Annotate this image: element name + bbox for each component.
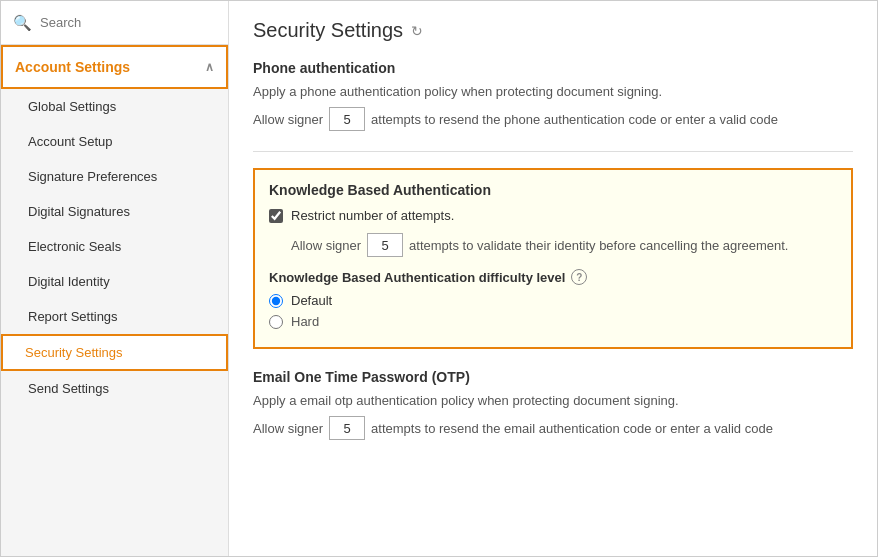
kba-restrict-row: Restrict number of attempts. <box>269 208 837 223</box>
kba-difficulty-label: Knowledge Based Authentication difficult… <box>269 270 565 285</box>
sidebar-item-report-settings[interactable]: Report Settings <box>1 299 228 334</box>
phone-auth-title: Phone authentication <box>253 60 853 76</box>
email-otp-attempts-suffix: attempts to resend the email authenticat… <box>371 421 773 436</box>
divider-1 <box>253 151 853 152</box>
email-otp-description: Apply a email otp authentication policy … <box>253 393 853 408</box>
phone-auth-section: Phone authentication Apply a phone authe… <box>253 60 853 131</box>
main-content: Security Settings ↻ Phone authentication… <box>229 1 877 557</box>
kba-restrict-checkbox[interactable] <box>269 209 283 223</box>
email-otp-attempts-row: Allow signer attempts to resend the emai… <box>253 416 853 440</box>
kba-attempts-row: Allow signer attempts to validate their … <box>269 233 837 257</box>
kba-title: Knowledge Based Authentication <box>269 182 837 198</box>
kba-option-default[interactable]: Default <box>269 293 837 308</box>
kba-allow-signer-label: Allow signer <box>291 238 361 253</box>
kba-option-hard-label: Hard <box>291 314 319 329</box>
sidebar-item-digital-identity[interactable]: Digital Identity <box>1 264 228 299</box>
kba-difficulty-title-row: Knowledge Based Authentication difficult… <box>269 269 837 285</box>
phone-auth-attempts-suffix: attempts to resend the phone authenticat… <box>371 112 778 127</box>
chevron-up-icon: ∧ <box>205 60 214 74</box>
search-bar: 🔍 <box>1 1 228 45</box>
sidebar-item-digital-signatures[interactable]: Digital Signatures <box>1 194 228 229</box>
kba-radio-default[interactable] <box>269 294 283 308</box>
kba-section: Knowledge Based Authentication Restrict … <box>253 168 853 349</box>
kba-difficulty-section: Knowledge Based Authentication difficult… <box>269 269 837 329</box>
phone-auth-attempts-row: Allow signer attempts to resend the phon… <box>253 107 853 131</box>
kba-option-default-label: Default <box>291 293 332 308</box>
sidebar: 🔍 Account Settings ∧ Global Settings Acc… <box>1 1 229 557</box>
page-title: Security Settings <box>253 19 403 42</box>
sidebar-item-signature-preferences[interactable]: Signature Preferences <box>1 159 228 194</box>
email-otp-allow-signer-label: Allow signer <box>253 421 323 436</box>
search-icon: 🔍 <box>13 14 32 32</box>
kba-attempts-input[interactable] <box>367 233 403 257</box>
sidebar-item-electronic-seals[interactable]: Electronic Seals <box>1 229 228 264</box>
kba-radio-hard[interactable] <box>269 315 283 329</box>
kba-help-icon[interactable]: ? <box>571 269 587 285</box>
kba-attempts-suffix: attempts to validate their identity befo… <box>409 238 788 253</box>
sidebar-item-security-settings[interactable]: Security Settings <box>1 334 228 371</box>
sidebar-item-account-setup[interactable]: Account Setup <box>1 124 228 159</box>
email-otp-section: Email One Time Password (OTP) Apply a em… <box>253 369 853 440</box>
account-settings-label: Account Settings <box>15 59 130 75</box>
sidebar-item-send-settings[interactable]: Send Settings <box>1 371 228 406</box>
search-input[interactable] <box>40 15 216 30</box>
page-title-row: Security Settings ↻ <box>253 19 853 42</box>
email-otp-title: Email One Time Password (OTP) <box>253 369 853 385</box>
kba-restrict-label: Restrict number of attempts. <box>291 208 454 223</box>
refresh-icon[interactable]: ↻ <box>411 23 423 39</box>
sidebar-item-global-settings[interactable]: Global Settings <box>1 89 228 124</box>
phone-auth-allow-signer-label: Allow signer <box>253 112 323 127</box>
email-otp-attempts-input[interactable] <box>329 416 365 440</box>
phone-auth-attempts-input[interactable] <box>329 107 365 131</box>
phone-auth-description: Apply a phone authentication policy when… <box>253 84 853 99</box>
account-settings-header[interactable]: Account Settings ∧ <box>1 45 228 89</box>
kba-option-hard[interactable]: Hard <box>269 314 837 329</box>
sidebar-nav: Global Settings Account Setup Signature … <box>1 89 228 557</box>
